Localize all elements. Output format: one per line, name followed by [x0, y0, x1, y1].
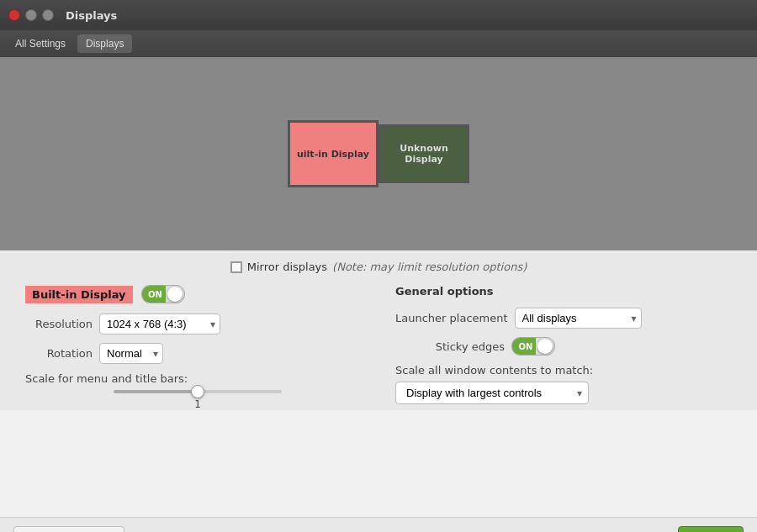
settings-area: Mirror displays (Note: may limit resolut…: [0, 250, 757, 410]
displays-nav[interactable]: Displays: [77, 34, 132, 53]
close-button[interactable]: [8, 9, 20, 21]
sticky-toggle-knob: [537, 339, 553, 354]
slider-track[interactable]: [114, 390, 282, 393]
bottom-bar: Detect Displays Apply: [0, 517, 757, 532]
resolution-select[interactable]: 1024 x 768 (4:3) 800 x 600 (4:3) 1280 x …: [99, 313, 220, 334]
scale-all-select-wrapper: Display with largest controls Primary di…: [395, 382, 589, 404]
title-bar: Displays: [0, 0, 757, 30]
unknown-display-monitor[interactable]: Unknown Display: [378, 124, 469, 183]
minimize-button[interactable]: [25, 9, 37, 21]
display-on-toggle[interactable]: ON: [141, 285, 185, 303]
scale-all-select[interactable]: Display with largest controls Primary di…: [395, 382, 589, 404]
left-column: Built-in Display ON Resolution 1024 x 76…: [17, 285, 370, 410]
builtin-display-monitor[interactable]: uilt-in Display: [288, 120, 378, 187]
all-settings-nav[interactable]: All Settings: [7, 34, 74, 53]
right-column: General options Launcher placement All d…: [387, 285, 740, 410]
rotation-select[interactable]: Normal Left Right 180°: [99, 343, 163, 364]
slider-container: 1: [25, 390, 370, 410]
scale-all-row: Scale all window contents to match: Disp…: [395, 364, 740, 404]
window-controls: [8, 9, 54, 21]
sticky-toggle-on-label: ON: [512, 337, 536, 356]
page-wrapper: uilt-in Display Unknown Display Mirror d…: [0, 57, 757, 532]
slider-thumb[interactable]: [191, 385, 204, 398]
displays-container: uilt-in Display Unknown Display: [288, 120, 469, 187]
resolution-label: Resolution: [25, 318, 93, 330]
maximize-button[interactable]: [42, 9, 54, 21]
slider-fill: [114, 390, 198, 393]
general-options-title: General options: [395, 285, 740, 298]
toggle-on-label: ON: [142, 285, 166, 303]
rotation-label: Rotation: [25, 347, 93, 360]
window-title: Displays: [66, 9, 117, 22]
mirror-note: (Note: may limit resolution options): [332, 261, 527, 273]
scale-all-label: Scale all window contents to match:: [395, 364, 740, 377]
display-name-badge: Built-in Display: [25, 286, 133, 303]
unknown-display-label: Unknown Display: [381, 143, 467, 165]
launcher-placement-row: Launcher placement All displays Primary …: [395, 308, 740, 329]
mirror-label: Mirror displays: [247, 261, 327, 273]
slider-value: 1: [194, 398, 201, 410]
rotation-select-wrapper: Normal Left Right 180°: [99, 343, 163, 364]
sticky-edges-label: Sticky edges: [395, 340, 505, 353]
two-col-layout: Built-in Display ON Resolution 1024 x 76…: [17, 285, 740, 410]
resolution-row: Resolution 1024 x 768 (4:3) 800 x 600 (4…: [25, 313, 370, 334]
apply-button[interactable]: Apply: [678, 526, 744, 532]
detect-displays-button[interactable]: Detect Displays: [13, 526, 124, 532]
scale-section: Scale for menu and title bars: 1: [25, 372, 370, 410]
rotation-row: Rotation Normal Left Right 180°: [25, 343, 370, 364]
sticky-edges-toggle[interactable]: ON: [511, 337, 555, 356]
launcher-select[interactable]: All displays Primary display only: [515, 308, 642, 329]
nav-bar: All Settings Displays: [0, 30, 757, 57]
builtin-display-label: uilt-in Display: [297, 149, 369, 160]
mirror-checkbox[interactable]: [230, 261, 242, 273]
display-header: Built-in Display ON: [25, 285, 370, 303]
scale-label: Scale for menu and title bars:: [25, 372, 370, 385]
resolution-select-wrapper: 1024 x 768 (4:3) 800 x 600 (4:3) 1280 x …: [99, 313, 220, 334]
sticky-edges-row: Sticky edges ON: [395, 337, 740, 356]
toggle-knob: [167, 287, 183, 302]
launcher-label: Launcher placement: [395, 312, 508, 324]
mirror-row: Mirror displays (Note: may limit resolut…: [17, 261, 740, 273]
display-preview: uilt-in Display Unknown Display: [0, 57, 757, 250]
launcher-select-wrapper: All displays Primary display only: [515, 308, 642, 329]
